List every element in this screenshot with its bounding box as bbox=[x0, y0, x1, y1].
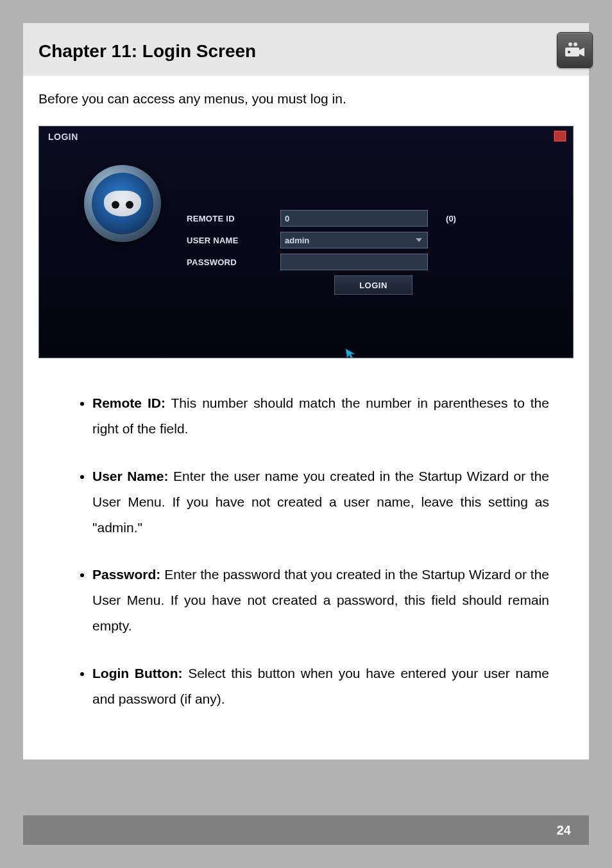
svg-rect-2 bbox=[565, 48, 579, 56]
svg-point-0 bbox=[568, 42, 572, 46]
password-label: PASSWORD bbox=[187, 257, 276, 267]
page-number: 24 bbox=[557, 823, 571, 838]
description-list: Remote ID: This number should match the … bbox=[63, 390, 549, 712]
term-login-button: Login Button: bbox=[92, 666, 182, 681]
page-footer: 24 bbox=[23, 815, 589, 845]
remote-id-hint: (0) bbox=[432, 214, 470, 223]
login-button-label: LOGIN bbox=[359, 281, 387, 290]
svg-point-3 bbox=[568, 51, 570, 53]
remote-id-row: REMOTE ID 0 (0) bbox=[187, 210, 515, 227]
list-item: Login Button: Select this button when yo… bbox=[92, 661, 549, 712]
list-item: User Name: Enter the user name you creat… bbox=[92, 464, 549, 541]
intro-text: Before you can access any menus, you mus… bbox=[23, 76, 589, 113]
desc-password: Enter the password that you created in t… bbox=[92, 567, 549, 633]
remote-id-label: REMOTE ID bbox=[187, 214, 276, 223]
svg-point-1 bbox=[574, 42, 577, 46]
password-input[interactable] bbox=[280, 254, 428, 270]
list-item: Remote ID: This number should match the … bbox=[92, 390, 549, 442]
password-row: PASSWORD bbox=[187, 254, 515, 270]
user-name-row: USER NAME admin bbox=[187, 232, 515, 248]
user-name-label: USER NAME bbox=[187, 236, 276, 245]
login-window-title: LOGIN bbox=[48, 132, 78, 142]
page-sheet: Chapter 11: Login Screen Before you can … bbox=[23, 23, 589, 759]
remote-id-value: 0 bbox=[285, 214, 289, 223]
chapter-header: Chapter 11: Login Screen bbox=[23, 23, 589, 76]
close-icon[interactable] bbox=[554, 130, 566, 142]
chapter-title: Chapter 11: Login Screen bbox=[38, 41, 574, 62]
term-user-name: User Name: bbox=[92, 469, 168, 483]
document-page: Chapter 11: Login Screen Before you can … bbox=[0, 0, 612, 868]
term-password: Password: bbox=[92, 567, 160, 582]
brand-logo bbox=[84, 165, 161, 242]
term-remote-id: Remote ID: bbox=[92, 395, 166, 410]
user-name-value: admin bbox=[285, 236, 309, 245]
remote-id-input[interactable]: 0 bbox=[280, 210, 428, 227]
user-name-select[interactable]: admin bbox=[280, 232, 428, 248]
camera-icon bbox=[557, 32, 593, 68]
list-item: Password: Enter the password that you cr… bbox=[92, 562, 549, 639]
login-form: REMOTE ID 0 (0) USER NAME admin PASSWORD… bbox=[187, 210, 515, 295]
login-screenshot: LOGIN REMOTE ID 0 (0) USER NAME admin bbox=[38, 126, 574, 358]
login-button[interactable]: LOGIN bbox=[334, 275, 412, 295]
cursor-icon bbox=[345, 347, 357, 358]
